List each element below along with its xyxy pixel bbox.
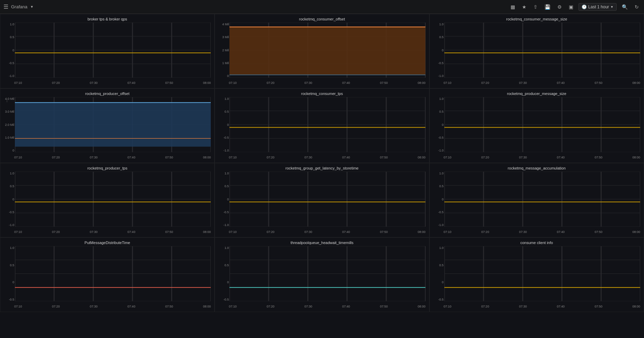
x-label: 07:10 [444,305,452,308]
y-label: -1.0 [4,74,14,78]
x-labels-rocketmq-message-accumulation: 07:1007:2007:3007:4007:5008:00 [444,227,640,234]
y-label: -0.5 [433,298,444,301]
chart-inner-rocketmq-consumer-message-size [444,23,640,78]
y-label: 2.0 Mil [4,123,14,127]
y-label: -1.0 [433,223,444,227]
y-label: -0.5 [218,210,229,214]
panel-title-rocketmq-message-accumulation: rocketmq_message_accumulation [433,166,640,170]
x-label: 07:10 [229,156,237,159]
y-label: -1.0 [4,223,14,227]
chart-inner-rocketmq-consumer-tps [229,97,425,152]
x-label: 07:20 [481,230,489,234]
y-label: -0.5 [218,298,229,301]
x-label: 07:40 [342,305,350,308]
x-label: 08:00 [203,156,211,159]
x-label: 07:10 [444,156,452,159]
clock-icon: 🕐 [582,5,587,9]
y-label: 0.5 [218,110,229,113]
panel-rocketmq-producer-message-size: rocketmq_producer_message_size1.00.50-0.… [429,88,644,163]
chart-area-consume-client-info: 1.00.50-0.507:1007:2007:3007:4007:5008:0… [433,246,640,308]
x-labels-rocketmq-producer-tps: 07:1007:2007:3007:4007:5008:00 [14,227,211,234]
x-label: 07:20 [52,81,60,85]
share-icon[interactable]: ⇧ [532,3,539,11]
x-label: 07:50 [594,230,602,234]
y-label: -1.0 [433,149,444,152]
hamburger-icon[interactable]: ☰ [3,3,8,10]
svg-marker-49 [15,103,211,147]
y-labels-rocketmq-consumer-message-size: 1.00.50-0.5-1.0 [433,23,444,78]
chart-area-threadpoolqueue-headwait: 1.00.50-0.507:1007:2007:3007:4007:5008:0… [218,246,425,308]
dropdown-arrow-icon[interactable]: ▼ [30,5,34,9]
panel-rocketmq-consumer-offset: rocketmq_consumer_offset4 Mil3 Mil2 Mil1… [215,14,429,88]
x-label: 07:50 [380,156,388,159]
x-label: 08:00 [418,305,426,308]
x-labels-broker-tps-qps: 07:1007:2007:3007:4007:5008:00 [14,78,211,85]
y-label: 1 Mil [218,61,229,65]
x-label: 07:50 [165,305,173,308]
y-label: 0 [433,49,444,52]
x-label: 08:00 [418,81,426,85]
y-label: 1.0 [433,246,444,250]
x-label: 07:10 [14,230,22,234]
y-labels-consume-client-info: 1.00.50-0.5 [433,246,444,301]
x-label: 07:30 [304,81,312,85]
search-icon[interactable]: 🔍 [620,3,629,11]
panel-title-put-message-distribute-time: PutMessageDistributeTime [4,241,211,245]
tv-icon[interactable]: ▣ [567,3,575,11]
x-label: 07:10 [444,81,452,85]
x-label: 07:50 [165,81,173,85]
x-label: 07:50 [380,305,388,308]
x-label: 07:10 [229,81,237,85]
x-label: 07:20 [52,156,60,159]
y-label: 1.0 [433,97,444,101]
x-label: 07:30 [304,156,312,159]
y-label: 0.5 [4,184,14,188]
y-label: -0.5 [4,61,14,65]
y-labels-rocketmq-consumer-tps: 1.00.50-0.5-1.0 [218,97,229,152]
x-label: 07:50 [165,156,173,159]
x-label: 07:10 [14,81,22,85]
y-label: -1.0 [218,149,229,152]
time-range-label: Last 1 hour [588,5,609,9]
y-label: 0 [433,198,444,201]
y-label: 0.5 [433,263,444,267]
y-label: 1.0 [218,246,229,250]
x-label: 08:00 [418,230,426,234]
x-label: 07:30 [519,156,527,159]
chart-bar-icon[interactable]: ▩ [509,3,517,11]
y-label: -0.5 [433,61,444,65]
x-labels-consume-client-info: 07:1007:2007:3007:4007:5008:00 [444,302,640,308]
panel-threadpoolqueue-headwait: threadpoolqueue_headwait_timemills1.00.5… [215,237,429,312]
chart-area-put-message-distribute-time: 1.00.50-0.507:1007:2007:3007:4007:5008:0… [4,246,211,308]
chart-area-rocketmq-producer-tps: 1.00.50-0.5-1.007:1007:2007:3007:4007:50… [4,172,211,234]
panel-rocketmq-producer-tps: rocketmq_producer_tps1.00.50-0.5-1.007:1… [0,163,215,237]
y-label: 3.0 Mil [4,110,14,113]
x-labels-rocketmq-consumer-tps: 07:1007:2007:3007:4007:5008:00 [229,153,425,159]
y-label: 0 [218,123,229,127]
star-icon[interactable]: ★ [520,3,528,11]
x-label: 07:20 [267,81,275,85]
y-label: 1.0 [218,97,229,101]
save-icon[interactable]: 💾 [543,3,552,11]
y-labels-rocketmq-message-accumulation: 1.00.50-0.5-1.0 [433,172,444,227]
time-range-button[interactable]: 🕐 Last 1 hour ▼ [578,3,617,11]
x-label: 07:20 [52,305,60,308]
chart-inner-rocketmq-group-get-latency [229,172,425,227]
topbar-right: ▩ ★ ⇧ 💾 ⚙ ▣ 🕐 Last 1 hour ▼ 🔍 ↻ [509,3,641,11]
svg-marker-23 [229,27,425,75]
x-labels-threadpoolqueue-headwait: 07:1007:2007:3007:4007:5008:00 [229,302,425,308]
x-label: 07:50 [594,305,602,308]
x-label: 07:40 [342,230,350,234]
y-label: 1.0 [433,23,444,26]
y-label: 0 [4,49,14,52]
x-label: 08:00 [203,81,211,85]
x-label: 07:40 [557,156,565,159]
panel-title-rocketmq-consumer-offset: rocketmq_consumer_offset [218,17,425,21]
refresh-icon[interactable]: ↻ [633,3,641,11]
x-labels-rocketmq-group-get-latency: 07:1007:2007:3007:4007:5008:00 [229,227,425,234]
x-label: 08:00 [203,305,211,308]
panel-title-rocketmq-group-get-latency: rocketmq_group_get_latency_by_storetime [218,166,425,170]
x-label: 07:10 [14,305,22,308]
chart-inner-broker-tps-qps [15,23,211,78]
settings-icon[interactable]: ⚙ [556,3,564,11]
